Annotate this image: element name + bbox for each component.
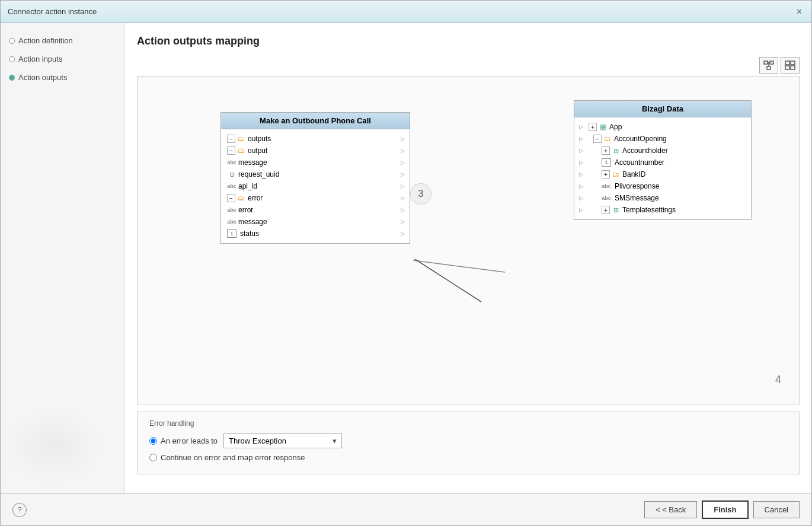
error-radio-1-label[interactable]: An error leads to bbox=[149, 436, 218, 445]
expand-template[interactable]: + bbox=[602, 206, 610, 214]
svg-rect-7 bbox=[785, 66, 789, 69]
expand-acctopen[interactable]: − bbox=[593, 135, 602, 143]
label-app: App bbox=[609, 123, 622, 131]
label-error-group: error bbox=[248, 194, 263, 202]
left-arrow-sms: ▷ bbox=[579, 195, 583, 201]
cancel-button[interactable]: Cancel bbox=[753, 501, 800, 518]
expand-output[interactable]: − bbox=[227, 146, 235, 155]
dialog: Connector action instance × Action defin… bbox=[0, 0, 812, 526]
error-radio-2-label[interactable]: Continue on error and map error response bbox=[149, 453, 305, 462]
right-panel-body: ▷ + ▦ App ▷ − 🗂 AccountOpening bbox=[574, 117, 751, 219]
abc-icon-sms: abc bbox=[602, 194, 611, 202]
label-acctopen: AccountOpening bbox=[614, 135, 667, 143]
label-accthold: Accountholder bbox=[622, 146, 668, 155]
toolbar-grid-btn[interactable] bbox=[781, 57, 800, 74]
tree-item-status: 1 status ▷ bbox=[223, 228, 407, 240]
label-output: output bbox=[248, 146, 267, 155]
left-arrow-bankid: ▷ bbox=[579, 171, 583, 177]
svg-line-9 bbox=[413, 260, 505, 272]
tree-item-accountopening: ▷ − 🗂 AccountOpening bbox=[577, 133, 749, 145]
sidebar-label-1: Action definition bbox=[18, 36, 73, 45]
tree-item-error-group: − 🗂 error ▷ bbox=[223, 192, 407, 204]
arrow-uuid: ▷ bbox=[401, 171, 405, 177]
footer-left: ? bbox=[12, 503, 27, 517]
tree-item-api-id: abc api_id ▷ bbox=[223, 180, 407, 192]
tablefolder-icon-template: ⊞ bbox=[611, 206, 621, 214]
error-handling-section: Error handling An error leads to Throw E… bbox=[137, 412, 800, 474]
table-icon-app: ▦ bbox=[598, 123, 608, 131]
svg-line-11 bbox=[415, 259, 481, 302]
sidebar-item-action-inputs[interactable]: Action inputs bbox=[7, 53, 119, 65]
label-api: api_id bbox=[238, 182, 257, 190]
right-panel: Bizagi Data ▷ + ▦ App ▷ bbox=[574, 100, 752, 220]
grid-icon bbox=[784, 60, 796, 71]
finish-button[interactable]: Finish bbox=[702, 501, 748, 519]
tree-item-request-uuid: ⊙ request_uuid ▷ bbox=[223, 168, 407, 180]
arrow-message2: ▷ bbox=[401, 219, 405, 225]
right-panel-header: Bizagi Data bbox=[574, 101, 751, 117]
error-radio-1[interactable] bbox=[149, 437, 157, 445]
sidebar-item-action-definition[interactable]: Action definition bbox=[7, 35, 119, 46]
label-template: Templatesettings bbox=[622, 206, 676, 214]
abc-icon-api: abc bbox=[227, 182, 236, 190]
left-panel-body: − 🗂 outputs ▷ − 🗂 output ▷ bbox=[221, 129, 410, 243]
folder-icon-error: 🗂 bbox=[236, 194, 246, 202]
label-outputs: outputs bbox=[248, 135, 271, 143]
tree-item-outputs: − 🗂 outputs ▷ bbox=[223, 133, 407, 145]
layout-icon bbox=[763, 60, 775, 71]
arrow-message1: ▷ bbox=[401, 160, 405, 165]
help-icon: ? bbox=[17, 505, 21, 514]
svg-rect-4 bbox=[767, 66, 771, 69]
error-row-2: Continue on error and map error response bbox=[149, 453, 787, 462]
close-button[interactable]: × bbox=[794, 7, 804, 17]
circle-icon-uuid: ⊙ bbox=[227, 170, 236, 178]
main-content: Action outputs mapping bbox=[125, 23, 811, 493]
abc-icon-message2: abc bbox=[227, 218, 236, 226]
left-arrow-acctopen: ▷ bbox=[579, 136, 583, 142]
expand-error[interactable]: − bbox=[227, 194, 235, 202]
svg-rect-8 bbox=[791, 66, 795, 69]
toolbar bbox=[137, 57, 800, 74]
error-radio-2[interactable] bbox=[149, 454, 157, 461]
chevron-down-icon: ▾ bbox=[333, 436, 337, 445]
sidebar-label-2: Action inputs bbox=[18, 55, 62, 63]
abc-icon-message1: abc bbox=[227, 158, 236, 167]
tree-item-accountholder: ▷ + ⊞ Accountholder bbox=[577, 145, 749, 157]
back-button[interactable]: < < Back bbox=[644, 501, 697, 518]
toolbar-layout-btn[interactable] bbox=[759, 57, 778, 74]
left-arrow-app: ▷ bbox=[579, 124, 583, 130]
footer-right: < < Back Finish Cancel bbox=[644, 501, 800, 519]
help-button[interactable]: ? bbox=[12, 503, 27, 517]
expand-accthold[interactable]: + bbox=[602, 146, 610, 155]
step-badge-4: 4 bbox=[775, 374, 781, 386]
num-icon-status: 1 bbox=[227, 229, 236, 238]
mapping-area: Make an Outbound Phone Call − 🗂 outputs … bbox=[137, 76, 800, 404]
tree-item-message1: abc message ▷ bbox=[223, 157, 407, 168]
label-message2: message bbox=[238, 218, 267, 226]
tree-item-templatesettings: ▷ + ⊞ Templatesettings bbox=[577, 204, 749, 216]
left-panel-header: Make an Outbound Phone Call bbox=[221, 113, 410, 129]
left-arrow-acctnum: ▷ bbox=[579, 160, 583, 165]
tree-item-smsmessage: ▷ abc SMSmessage bbox=[577, 192, 749, 204]
expand-app[interactable]: + bbox=[589, 123, 597, 131]
sidebar-circle-2 bbox=[9, 56, 15, 62]
arrow-api: ▷ bbox=[401, 183, 405, 189]
folder-icon-bankid: 🗂 bbox=[611, 170, 621, 178]
label-error: error bbox=[238, 206, 253, 214]
abc-icon-error: abc bbox=[227, 206, 236, 214]
throw-exception-dropdown[interactable]: Throw Exception ▾ bbox=[223, 433, 342, 448]
label-sms: SMSmessage bbox=[615, 194, 659, 202]
expand-bankid[interactable]: + bbox=[602, 170, 610, 178]
expand-outputs[interactable]: − bbox=[227, 135, 235, 143]
label-acctnum: Accountnumber bbox=[615, 158, 664, 167]
tree-item-message2: abc message ▷ bbox=[223, 216, 407, 228]
sidebar-circle-3 bbox=[9, 75, 15, 81]
error-radio-2-text: Continue on error and map error response bbox=[161, 453, 305, 462]
tree-item-output: − 🗂 output ▷ bbox=[223, 145, 407, 157]
error-row-1: An error leads to Throw Exception ▾ bbox=[149, 433, 787, 448]
tree-item-bankid: ▷ + 🗂 BankID bbox=[577, 168, 749, 180]
dropdown-value: Throw Exception bbox=[229, 436, 286, 445]
sidebar-label-3: Action outputs bbox=[18, 73, 67, 82]
left-arrow-plivo: ▷ bbox=[579, 183, 583, 189]
sidebar-item-action-outputs[interactable]: Action outputs bbox=[7, 72, 119, 83]
